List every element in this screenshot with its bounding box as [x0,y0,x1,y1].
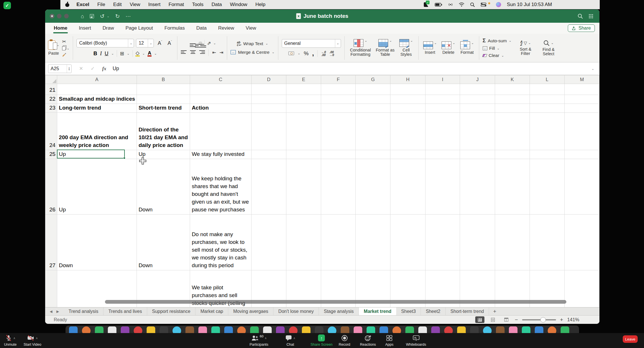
cell-C22[interactable] [190,95,251,104]
cell[interactable] [251,113,286,150]
cell[interactable] [565,159,599,215]
decrease-decimal-button[interactable]: .00→0 [329,51,334,56]
paste-button-label[interactable]: Paste [48,51,59,56]
clear-button[interactable]: Clear ⌄ [483,53,511,58]
column-header-J[interactable]: J [460,75,495,84]
tab-draw[interactable]: Draw [102,24,115,33]
start-video-button[interactable]: ∧ Start Video [24,334,41,347]
sheet-tab-dont-lose-money[interactable]: Don't lose money [273,307,319,315]
unmute-options-caret-icon[interactable]: ∧ [13,336,15,340]
format-as-table-button[interactable]: ⌄ Format as Table [375,39,396,57]
cell[interactable] [495,84,530,95]
decrease-indent-icon[interactable]: ⇤ [212,50,216,55]
hotspot-icon[interactable] [448,2,453,7]
menu-insert[interactable]: Insert [148,2,161,7]
cell[interactable] [321,159,356,215]
home-icon[interactable]: ⌂ [81,14,84,19]
wrap-text-button[interactable]: abc↩ Wrap Text ⌄ [237,41,268,46]
align-bottom-button[interactable] [199,42,202,45]
add-sheet-button[interactable]: + [489,307,500,315]
settings-grid-icon[interactable] [588,14,594,19]
font-name-select[interactable]: Calibri (Body) ⌄ [76,39,134,47]
participants-caret-icon[interactable]: ∧ [264,336,267,340]
borders-chevron-icon[interactable]: ⌄ [127,52,130,55]
sheet-tab-sheet2[interactable]: Sheet2 [421,307,446,315]
increase-font-size-button[interactable]: Aˆ [156,40,164,46]
paste-icon[interactable] [48,41,55,50]
cut-icon[interactable]: ✂ [62,39,66,44]
cell-B23[interactable]: Short-term trend [137,104,190,113]
cell[interactable] [390,159,425,215]
sort-filter-button[interactable]: AZ ▽ ⌄ Sort & Filter [516,40,535,56]
find-select-button[interactable]: ⌄ Find & Select [540,40,557,56]
row-header-28[interactable] [45,270,57,307]
tab-insert[interactable]: Insert [78,24,92,33]
cell[interactable] [565,113,599,150]
sheet-tab-sheet3[interactable]: Sheet3 [396,307,421,315]
video-options-caret-icon[interactable]: ∧ [36,336,38,340]
font-size-select[interactable]: 12 ⌄ [136,39,154,47]
cell[interactable] [460,215,495,270]
cell[interactable] [425,150,460,159]
cell[interactable] [425,215,460,270]
font-color-button[interactable]: A [148,51,151,57]
record-button[interactable]: Record [339,334,350,347]
sheet-tab-stage-analysis[interactable]: Stage analysis [319,307,359,315]
autosum-button[interactable]: Σ Auto-sum ⌄ [483,38,511,44]
column-header-D[interactable]: D [251,75,286,84]
column-header-K[interactable]: K [495,75,530,84]
fill-color-chevron-icon[interactable]: ⌄ [142,52,145,55]
align-left-button[interactable] [181,50,187,55]
siri-icon[interactable] [496,2,501,7]
cell[interactable] [530,113,565,150]
undo-chevron-icon[interactable]: ⌄ [107,14,109,18]
tab-page-layout[interactable]: Page Layout [125,24,153,33]
unmute-button[interactable]: ∧ Unmute [4,334,17,347]
zoom-in-button[interactable]: + [560,317,563,323]
tab-review[interactable]: Review [218,24,235,33]
chat-button[interactable]: ∧ Chat [285,334,295,347]
cell[interactable] [495,113,530,150]
cell[interactable] [530,104,565,113]
close-window-button[interactable] [50,14,54,18]
cell[interactable] [356,159,390,215]
sheet-tab-market-trend-active[interactable]: Market trend [359,307,396,315]
fill-button[interactable]: ↓ Fill ⌄ [483,46,511,51]
cell[interactable] [460,150,495,159]
row-header-25[interactable]: 25 [45,150,57,159]
cell[interactable] [286,104,321,113]
page-break-view-button[interactable] [502,316,511,323]
sheet-tab-support-resistance[interactable]: Support resistance [147,307,195,315]
cell-A23[interactable]: Long-term trend [57,104,137,113]
cell[interactable] [390,215,425,270]
cell[interactable] [390,113,425,150]
apple-menu-icon[interactable] [65,2,70,7]
copy-chevron-icon[interactable]: ⌄ [67,47,69,50]
cell[interactable] [321,84,356,95]
cell[interactable] [460,95,495,104]
confirm-entry-icon[interactable]: ✓ [91,66,95,72]
cell-C23[interactable]: Action [190,104,251,113]
cell[interactable] [251,150,286,159]
cell[interactable] [565,84,599,95]
font-color-chevron-icon[interactable]: ⌄ [154,52,157,55]
cell[interactable] [251,215,286,270]
search-icon[interactable] [578,14,583,19]
cell[interactable] [425,95,460,104]
normal-view-button[interactable] [475,316,484,323]
cell[interactable] [286,215,321,270]
cell-B24[interactable]: Direction of the 10/21 day EMA and daily… [137,113,190,150]
merge-centre-button[interactable]: ↔ Merge & Centre ⌄ [231,50,275,55]
cell-styles-button[interactable]: ⌄ Cell Styles [398,39,415,57]
zoom-out-button[interactable]: − [515,317,518,323]
menu-window[interactable]: Window [230,2,247,7]
menu-excel[interactable]: Excel [76,2,89,7]
cell-B27[interactable]: Down [137,215,190,270]
cell[interactable] [565,104,599,113]
cell[interactable] [390,95,425,104]
cell[interactable] [530,215,565,270]
underline-button[interactable]: U [105,51,108,57]
more-commands-icon[interactable]: ⋯ [126,14,131,19]
zoom-slider-knob[interactable] [540,317,546,322]
column-header-L[interactable]: L [530,75,565,84]
